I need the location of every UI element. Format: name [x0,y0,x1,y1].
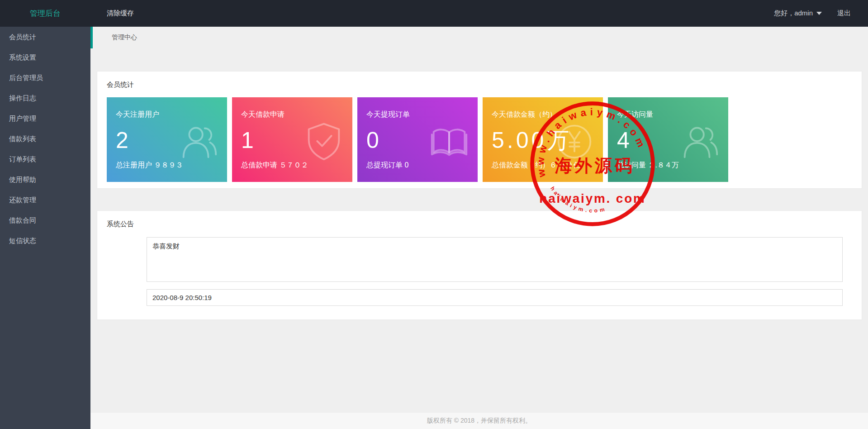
stat-label: 今天提现订单 [366,110,469,119]
sidebar: 会员统计 系统设置 后台管理员 操作日志 用户管理 借款列表 订单列表 使用帮助… [0,27,90,429]
sidebar-item-repayment[interactable]: 还款管理 [0,190,90,210]
sidebar-item-order-list[interactable]: 订单列表 [0,149,90,169]
topbar-right: 您好，admin 退出 [774,9,868,18]
shield-check-icon [302,119,346,163]
sidebar-item-loan-contract[interactable]: 借款合同 [0,210,90,230]
stat-label: 今天借款申请 [241,110,343,119]
admin-dashboard: 管理后台 清除缓存 您好，admin 退出 会员统计 系统设置 后台管理员 操作… [0,0,868,429]
sidebar-item-operation-logs[interactable]: 操作日志 [0,88,90,108]
member-stats-panel: 会员统计 今天注册用户 2 总注册用户 ９８９３ 今天借款申请 1 总借款申请 … [97,71,862,189]
stat-cards-row: 今天注册用户 2 总注册用户 ９８９３ 今天借款申请 1 总借款申请 ５７０２ [97,89,862,182]
sidebar-item-help[interactable]: 使用帮助 [0,169,90,190]
sidebar-item-sms-status[interactable]: 短信状态 [0,230,90,251]
panel-title-member-stats: 会员统计 [97,72,862,89]
stat-label: 今天访问量 [617,110,719,119]
stat-card-registered-users: 今天注册用户 2 总注册用户 ９８９３ [107,97,227,182]
sidebar-item-admins[interactable]: 后台管理员 [0,67,90,88]
sidebar-item-system-settings[interactable]: 系统设置 [0,47,90,67]
stat-card-withdrawal-orders: 今天提现订单 0 总提现订单 0 [357,97,478,182]
notice-datetime-input[interactable] [147,289,843,306]
greeting-text: 您好，admin [774,9,813,18]
sidebar-item-loan-list[interactable]: 借款列表 [0,129,90,149]
stat-card-loan-amount: 今天借款金额（约） 5.00万 总借款金额（约）６.５０亿 [483,97,603,182]
breadcrumb: 管理中心 [90,27,868,48]
users-icon [176,119,221,163]
stat-card-visits: 今天访问量 4 总访问量 ２.８４万 [608,97,728,182]
chevron-down-icon [816,12,822,15]
top-bar: 管理后台 清除缓存 您好，admin 退出 [0,0,868,27]
yen-circle-icon [552,119,597,163]
user-menu[interactable]: 您好，admin [774,9,822,18]
notice-textarea[interactable]: 恭喜发财 [147,237,843,282]
system-notice-panel: 系统公告 恭喜发财 [97,210,862,320]
copyright-text: 版权所有 © 2018，并保留所有权利。 [427,417,531,425]
sidebar-item-user-management[interactable]: 用户管理 [0,108,90,129]
stat-card-loan-applications: 今天借款申请 1 总借款申请 ５７０２ [232,97,352,182]
panel-title-system-notice: 系统公告 [97,211,862,229]
logout-button[interactable]: 退出 [837,9,851,18]
breadcrumb-label: 管理中心 [112,33,137,42]
stat-label: 今天借款金额（约） [492,110,594,119]
open-book-icon [427,119,471,163]
main-content: 管理中心 会员统计 今天注册用户 2 总注册用户 ９８９３ 今天借款申请 [90,27,868,429]
footer: 版权所有 © 2018，并保留所有权利。 [90,413,868,429]
stat-label: 今天注册用户 [116,110,218,119]
users-icon [678,119,722,163]
sidebar-item-member-stats[interactable]: 会员统计 [0,27,90,47]
clear-cache-button[interactable]: 清除缓存 [107,9,134,18]
app-title[interactable]: 管理后台 [0,8,90,19]
